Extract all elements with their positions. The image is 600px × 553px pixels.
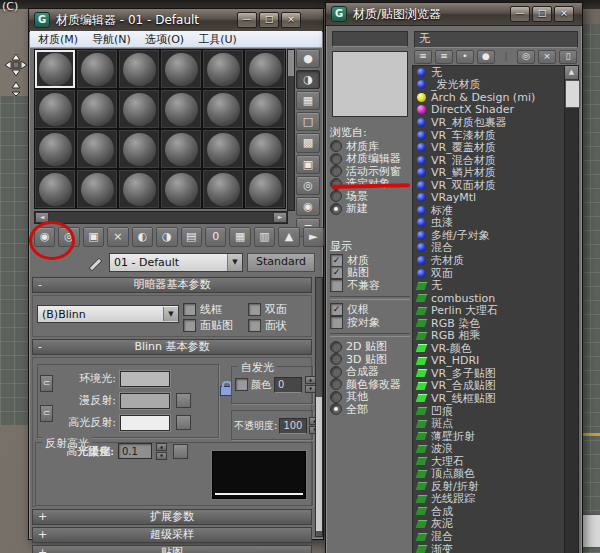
browser-list-item[interactable]: 双面 bbox=[413, 267, 565, 280]
browser-list-item[interactable]: 无 bbox=[413, 279, 565, 292]
chevron-down-icon[interactable]: ▼ bbox=[227, 254, 242, 271]
browser-list-item[interactable]: 灰泥 bbox=[413, 518, 565, 531]
maximize-button[interactable]: □ bbox=[259, 12, 279, 28]
reset-map-button[interactable]: × bbox=[107, 227, 128, 247]
sample-slot[interactable] bbox=[76, 169, 118, 209]
maximize-button[interactable]: □ bbox=[532, 6, 552, 22]
browser-list-item[interactable]: VR_鳞片材质 bbox=[413, 166, 565, 179]
browser-list-item[interactable]: 壳材质 bbox=[413, 254, 565, 267]
opacity-value-field[interactable]: 100 bbox=[279, 418, 307, 434]
material-id-channel-button[interactable]: 0 bbox=[205, 227, 226, 247]
specular-map-button[interactable] bbox=[176, 415, 191, 430]
menu-item[interactable]: 工具(U) bbox=[198, 32, 237, 47]
sample-slot[interactable] bbox=[118, 49, 160, 89]
self-illum-value-field[interactable]: 0 bbox=[274, 377, 302, 393]
scroll-right-icon[interactable]: ► bbox=[273, 212, 287, 223]
browser-list-item[interactable]: VR_线框贴图 bbox=[413, 392, 565, 405]
browser-list-item[interactable]: VR-颜色 bbox=[413, 342, 565, 355]
sample-slot[interactable] bbox=[244, 129, 286, 169]
go-forward-to-sibling-button[interactable]: ► bbox=[303, 227, 324, 247]
pick-material-from-object-icon[interactable] bbox=[91, 255, 105, 269]
map-type-option[interactable]: 颜色修改器 bbox=[330, 378, 410, 391]
map-type-option[interactable]: 其他 bbox=[330, 391, 410, 404]
shader-type-dropdown[interactable]: (B)Blinn ▼ bbox=[37, 305, 179, 323]
browser-list-item[interactable]: 薄壁折射 bbox=[413, 430, 565, 443]
collapsed-rollout[interactable]: + 超级采样 bbox=[32, 527, 312, 543]
sample-slot[interactable] bbox=[34, 129, 76, 169]
sample-slot[interactable] bbox=[244, 49, 286, 89]
sample-slot[interactable] bbox=[118, 129, 160, 169]
sample-slot[interactable] bbox=[76, 129, 118, 169]
sample-slot[interactable] bbox=[34, 49, 76, 89]
browser-titlebar[interactable]: G 材质/贴图浏览器 —□× bbox=[326, 3, 582, 26]
menu-item[interactable]: 导航(N) bbox=[92, 32, 131, 47]
material-name-dropdown[interactable]: 01 - Default ▼ bbox=[109, 253, 243, 272]
sample-slot[interactable] bbox=[118, 169, 160, 209]
sample-slot[interactable] bbox=[34, 169, 76, 209]
browser-list-item[interactable]: VRayMtl bbox=[413, 191, 565, 204]
browser-list-item[interactable]: VR_材质包裹器 bbox=[413, 116, 565, 129]
browser-list-item[interactable]: 斑点 bbox=[413, 417, 565, 430]
show-map-in-viewport-button[interactable]: ▦ bbox=[229, 227, 250, 247]
browser-list-item[interactable]: VR_混合材质 bbox=[413, 154, 565, 167]
browser-list-item[interactable]: combustion bbox=[413, 292, 565, 305]
close-button[interactable]: × bbox=[281, 12, 301, 28]
view-list-plus-icons-button[interactable]: ≡ bbox=[435, 50, 453, 64]
browser-list-item[interactable]: VR_覆盖材质 bbox=[413, 141, 565, 154]
clear-material-library-button[interactable]: ▯ bbox=[559, 50, 577, 64]
update-scene-materials-button[interactable]: ◎ bbox=[517, 50, 535, 64]
show-end-result-button[interactable]: ▥ bbox=[254, 227, 275, 247]
sample-slot[interactable] bbox=[160, 169, 202, 209]
browser-list-item[interactable]: 合成 bbox=[413, 505, 565, 518]
assign-material-to-selection-button[interactable]: ▣ bbox=[83, 227, 104, 247]
browser-list-item[interactable]: 虫漆 bbox=[413, 217, 565, 230]
shader-option-checkbox[interactable]: ✓ 双面 bbox=[248, 301, 313, 317]
make-unique-button[interactable]: ◑ bbox=[156, 227, 177, 247]
diffuse-map-button[interactable] bbox=[176, 393, 191, 408]
shader-option-checkbox[interactable]: ✓ 线框 bbox=[183, 301, 248, 317]
browser-list-item[interactable]: 反射/折射 bbox=[413, 480, 565, 493]
selection-field[interactable]: 无 bbox=[414, 31, 578, 48]
options-button[interactable]: ◎ bbox=[296, 176, 320, 195]
browser-list-item[interactable]: 无 bbox=[413, 66, 565, 79]
browser-list-item[interactable]: 波浪 bbox=[413, 442, 565, 455]
sample-slot[interactable] bbox=[202, 129, 244, 169]
toolbar-separator[interactable]: | bbox=[498, 51, 514, 63]
browse-from-option[interactable]: 场景 bbox=[330, 190, 410, 203]
show-checkbox[interactable]: ✓ 不兼容 bbox=[330, 279, 410, 292]
view-small-icons-button[interactable]: • bbox=[456, 50, 474, 64]
video-color-check-button[interactable]: ▩ bbox=[296, 133, 320, 152]
sample-slot[interactable] bbox=[160, 49, 202, 89]
sample-slot[interactable] bbox=[34, 89, 76, 129]
browser-list-item[interactable]: Arch & Design (mi) bbox=[413, 91, 565, 104]
browser-list-item[interactable]: _发光材质 bbox=[413, 79, 565, 92]
scrollbar-thumb[interactable] bbox=[565, 80, 580, 108]
material-type-button[interactable]: Standard bbox=[247, 253, 315, 272]
browser-list-item[interactable]: 光线跟踪 bbox=[413, 493, 565, 506]
sample-uv-tiling-button[interactable]: □ bbox=[296, 112, 320, 131]
collapsed-rollout[interactable]: + 贴图 bbox=[32, 545, 312, 553]
list-scrollbar[interactable]: ▲ bbox=[564, 65, 579, 553]
sample-slot[interactable] bbox=[76, 89, 118, 129]
go-to-parent-button[interactable]: ▲ bbox=[278, 227, 299, 247]
map-type-option[interactable]: 全部 bbox=[330, 403, 410, 416]
shader-option-checkbox[interactable]: ✓ 面状 bbox=[248, 317, 313, 333]
sample-slot[interactable] bbox=[76, 49, 118, 89]
view-list-button[interactable]: ≡ bbox=[414, 50, 432, 64]
highlight-spinner[interactable]: ▲ ▼ bbox=[156, 443, 167, 460]
palette-vertical-scrollbar[interactable] bbox=[287, 49, 295, 211]
browser-list-item[interactable]: VR_合成贴图 bbox=[413, 380, 565, 393]
scroll-up-icon[interactable]: ▲ bbox=[565, 66, 578, 80]
make-material-copy-button[interactable]: ◐ bbox=[132, 227, 153, 247]
browser-list-item[interactable]: VR_HDRI bbox=[413, 355, 565, 368]
sample-type-button[interactable]: ● bbox=[296, 49, 320, 68]
sample-slot[interactable] bbox=[160, 89, 202, 129]
ambient-color-swatch[interactable] bbox=[120, 371, 170, 387]
sample-slot[interactable] bbox=[202, 89, 244, 129]
highlight-value-field[interactable]: 0.1 bbox=[118, 443, 152, 459]
browser-list-item[interactable]: 凹痕 bbox=[413, 405, 565, 418]
browser-list-item[interactable]: 大理石 bbox=[413, 455, 565, 468]
browser-list-item[interactable]: VR_双面材质 bbox=[413, 179, 565, 192]
name-filter-field[interactable] bbox=[332, 31, 408, 47]
browser-list-item[interactable]: 顶点颜色 bbox=[413, 468, 565, 481]
